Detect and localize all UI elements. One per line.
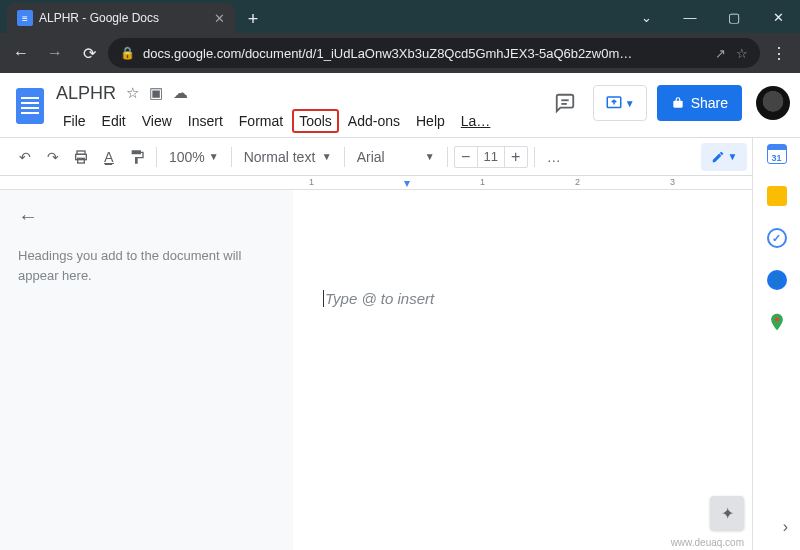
comments-icon[interactable] [547,85,583,121]
side-panel: 31 ✓ 👤 [752,138,800,550]
more-tools-icon[interactable]: … [541,144,567,170]
close-window-icon[interactable]: ✕ [756,1,800,33]
maps-icon[interactable] [767,312,787,332]
menu-overflow[interactable]: La… [454,109,498,133]
undo-icon[interactable]: ↶ [12,144,38,170]
zoom-select[interactable]: 100%▼ [163,149,225,165]
document-body: ← Headings you add to the document will … [0,190,800,550]
font-size-stepper[interactable]: − 11 + [454,146,528,168]
spellcheck-icon[interactable]: A̲ [96,144,122,170]
menu-view[interactable]: View [135,109,179,133]
font-size-value[interactable]: 11 [477,147,505,167]
cloud-status-icon[interactable]: ☁ [173,84,188,102]
ruler-tick: 2 [575,177,580,187]
maximize-icon[interactable]: ▢ [712,1,756,33]
reload-button[interactable]: ⟳ [74,38,104,68]
forward-button[interactable]: → [40,38,70,68]
indent-marker-icon[interactable]: ▾ [404,176,410,190]
ruler-tick: 3 [670,177,675,187]
expand-sidepanel-icon[interactable]: › [783,518,788,536]
docs-home-icon[interactable] [10,79,50,129]
outline-panel: ← Headings you add to the document will … [0,190,293,550]
editing-mode-button[interactable]: ▼ [701,143,747,171]
docs-header: ALPHR ☆ ▣ ☁ File Edit View Insert Format… [0,73,800,138]
share-label: Share [691,95,728,111]
back-button[interactable]: ← [6,38,36,68]
contacts-icon[interactable]: 👤 [767,270,787,290]
minimize-icon[interactable]: — [668,1,712,33]
font-select[interactable]: Arial▼ [351,149,441,165]
address-bar[interactable]: 🔒 docs.google.com/document/d/1_iUdLaOnw3… [108,38,760,68]
outline-empty-message: Headings you add to the document will ap… [18,246,275,285]
url-text: docs.google.com/document/d/1_iUdLaOnw3Xb… [143,46,707,61]
document-placeholder: Type @ to insert [323,290,434,307]
paint-format-icon[interactable] [124,144,150,170]
lock-icon: 🔒 [120,46,135,60]
star-icon[interactable]: ☆ [736,46,748,61]
print-icon[interactable] [68,144,94,170]
close-tab-icon[interactable]: ✕ [214,11,225,26]
avatar[interactable] [756,86,790,120]
ruler[interactable]: 1 ▾ 1 2 3 [0,176,800,190]
menu-addons[interactable]: Add-ons [341,109,407,133]
share-url-icon[interactable]: ↗ [715,46,726,61]
watermark: www.deuaq.com [671,537,744,548]
menu-edit[interactable]: Edit [95,109,133,133]
redo-icon[interactable]: ↷ [40,144,66,170]
browser-titlebar: ≡ ALPHR - Google Docs ✕ + ⌄ — ▢ ✕ [0,0,800,33]
font-size-plus[interactable]: + [505,148,527,166]
menu-tools[interactable]: Tools [292,109,339,133]
calendar-icon[interactable]: 31 [767,144,787,164]
font-size-minus[interactable]: − [455,148,477,166]
share-button[interactable]: Share [657,85,742,121]
menu-format[interactable]: Format [232,109,290,133]
menu-bar: File Edit View Insert Format Tools Add-o… [56,109,497,133]
svg-point-6 [774,317,778,321]
browser-tab[interactable]: ≡ ALPHR - Google Docs ✕ [7,3,235,33]
style-select[interactable]: Normal text▼ [238,149,338,165]
tab-title: ALPHR - Google Docs [39,11,208,25]
menu-file[interactable]: File [56,109,93,133]
tasks-icon[interactable]: ✓ [767,228,787,248]
menu-insert[interactable]: Insert [181,109,230,133]
window-controls: ⌄ — ▢ ✕ [624,1,800,33]
browser-menu-icon[interactable]: ⋮ [764,38,794,68]
caret-icon[interactable]: ⌄ [624,1,668,33]
docs-toolbar: ↶ ↷ A̲ 100%▼ Normal text▼ Arial▼ − 11 + … [0,138,800,176]
explore-button[interactable]: ✦ [710,496,744,530]
ruler-tick: 1 [480,177,485,187]
star-doc-icon[interactable]: ☆ [126,84,139,102]
menu-help[interactable]: Help [409,109,452,133]
docs-favicon: ≡ [17,10,33,26]
ruler-tick: 1 [309,177,314,187]
outline-back-icon[interactable]: ← [18,205,275,228]
document-title[interactable]: ALPHR [56,83,116,104]
keep-icon[interactable] [767,186,787,206]
move-icon[interactable]: ▣ [149,84,163,102]
browser-toolbar: ← → ⟳ 🔒 docs.google.com/document/d/1_iUd… [0,33,800,73]
present-button[interactable]: ▼ [593,85,647,121]
new-tab-button[interactable]: + [239,5,267,33]
